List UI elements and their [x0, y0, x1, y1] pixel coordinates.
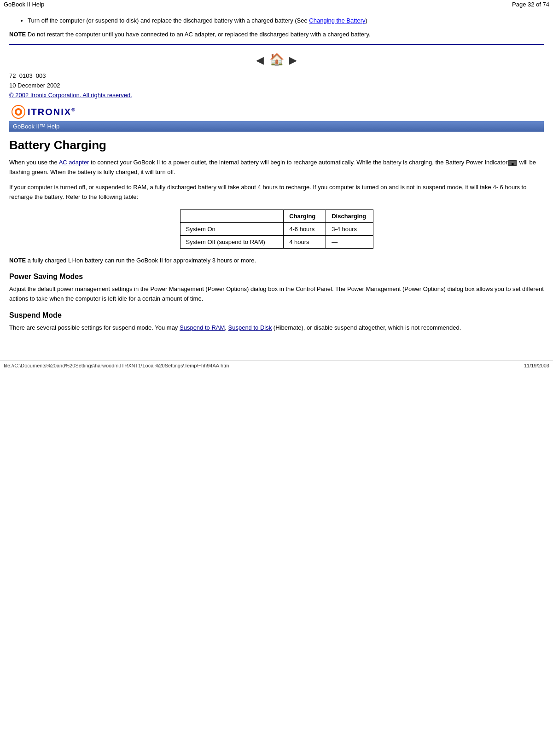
suspend-para-post: (Hibernate), or disable suspend altogeth… [272, 324, 461, 331]
bullet-item-1-post: ) [365, 17, 367, 24]
gobook-bar-label: GoBook II™ Help [13, 123, 59, 130]
suspend-to-ram-link[interactable]: Suspend to RAM [180, 324, 225, 331]
bullet-item-1: Turn off the computer (or suspend to dis… [28, 16, 544, 25]
battery-para2: If your computer is turned off, or suspe… [9, 183, 544, 202]
bullet-item-1-pre: Turn off the computer (or suspend to dis… [28, 17, 309, 24]
page-info: Page 32 of 74 [512, 1, 549, 8]
battery-indicator-icon: ■ [508, 160, 517, 166]
svg-point-2 [17, 110, 20, 114]
blue-divider-1 [9, 44, 544, 45]
gobook-header-bar: GoBook II™ Help [9, 121, 544, 132]
itronix-logo: ITRONIX® [11, 105, 544, 119]
ac-adapter-link[interactable]: AC adapter [59, 159, 89, 166]
copyright-link[interactable]: © 2002 Itronix Corporation. All rights r… [9, 92, 132, 99]
table-cell-discharging-0: 3-4 hours [326, 222, 373, 235]
note2-block: NOTE a fully charged Li-Ion battery can … [9, 256, 544, 266]
nav-right-icon[interactable]: ▶ [289, 54, 297, 66]
note1-text: Do not restart the computer until you ha… [26, 31, 370, 38]
file-path: file://C:\Documents%20and%20Settings\har… [4, 363, 229, 368]
nav-icons: ◀ 🏠 ▶ [9, 52, 544, 67]
battery-table-wrap: Charging Discharging System On 4-6 hours… [180, 209, 373, 249]
table-row: System Off (suspend to RAM) 4 hours — [180, 235, 373, 248]
battery-para1-post: to connect your GoBook II to a power out… [89, 159, 507, 166]
suspend-mode-para: There are several possible settings for … [9, 323, 544, 333]
itronix-logo-text: ITRONIX® [28, 107, 76, 117]
changing-battery-link[interactable]: Changing the Battery [309, 17, 365, 24]
note2-text: a fully charged Li-Ion battery can run t… [26, 257, 256, 264]
suspend-mode-title: Suspend Mode [9, 311, 544, 320]
footer-line3: © 2002 Itronix Corporation. All rights r… [9, 91, 544, 100]
footer-line1: 72_0103_003 [9, 71, 544, 81]
table-row: System On 4-6 hours 3-4 hours [180, 222, 373, 235]
suspend-para-mid: , [225, 324, 228, 331]
table-cell-label-1: System Off (suspend to RAM) [180, 235, 284, 248]
power-saving-title: Power Saving Modes [9, 273, 544, 281]
bullet-list: Turn off the computer (or suspend to dis… [18, 16, 544, 25]
note-block-1: NOTE Do not restart the computer until y… [9, 30, 544, 39]
battery-para1-pre: When you use the [9, 159, 59, 166]
footer-meta: 72_0103_003 10 December 2002 © 2002 Itro… [9, 71, 544, 100]
note1-label: NOTE [9, 31, 26, 38]
table-cell-label-0: System On [180, 222, 284, 235]
nav-home-icon[interactable]: 🏠 [269, 52, 284, 66]
table-cell-charging-0: 4-6 hours [284, 222, 326, 235]
battery-charging-title: Battery Charging [9, 138, 544, 152]
table-col-discharging: Discharging [326, 209, 373, 222]
battery-table: Charging Discharging System On 4-6 hours… [180, 209, 373, 249]
main-content: Turn off the computer (or suspend to dis… [0, 9, 553, 342]
app-title: GoBook II Help [4, 1, 44, 8]
header-bar: GoBook II Help Page 32 of 74 [0, 0, 553, 9]
battery-para1: When you use the AC adapter to connect y… [9, 158, 544, 177]
logo-name: ITRONIX [28, 107, 71, 117]
itronix-logo-icon [11, 105, 26, 119]
suspend-to-disk-link[interactable]: Suspend to Disk [228, 324, 272, 331]
table-col-charging: Charging [284, 209, 326, 222]
power-saving-para: Adjust the default power management sett… [9, 285, 544, 304]
note2-label: NOTE [9, 257, 26, 264]
bottom-bar: file://C:\Documents%20and%20Settings\har… [0, 361, 553, 370]
table-cell-charging-1: 4 hours [284, 235, 326, 248]
bottom-date: 11/19/2003 [524, 363, 549, 368]
table-col-label [180, 209, 284, 222]
logo-reg: ® [71, 107, 76, 112]
table-cell-discharging-1: — [326, 235, 373, 248]
footer-line2: 10 December 2002 [9, 81, 544, 91]
nav-left-icon[interactable]: ◀ [256, 54, 264, 66]
table-header-row: Charging Discharging [180, 209, 373, 222]
suspend-para-pre: There are several possible settings for … [9, 324, 180, 331]
